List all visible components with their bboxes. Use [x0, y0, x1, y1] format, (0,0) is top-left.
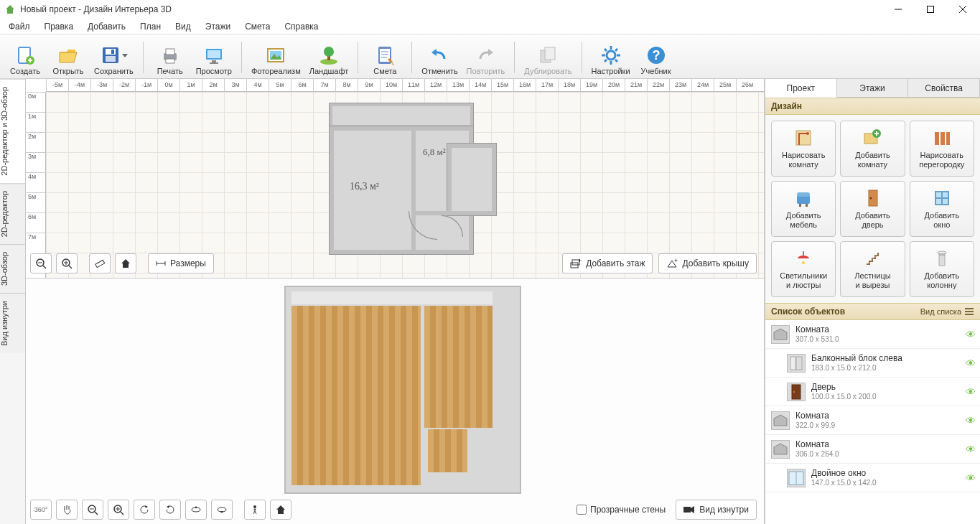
sizes-button[interactable]: Размеры: [148, 253, 214, 273]
object-row-5[interactable]: Двойное окно147.0 x 15.0 x 142.0👁: [765, 464, 980, 492]
visibility-icon[interactable]: 👁: [966, 472, 976, 484]
2d-editor-pane[interactable]: -5м-4м-3м-2м-1м0м1м2м3м4м5м6м7м8м9м10м11…: [26, 79, 764, 279]
menu-Справка[interactable]: Справка: [277, 20, 325, 33]
view-tab-0[interactable]: 2D-редактор и 3D-обзор: [0, 79, 25, 183]
side-room[interactable]: [447, 144, 496, 215]
visibility-icon[interactable]: 👁: [966, 329, 976, 340]
objects-list[interactable]: Комната307.0 x 531.0👁Балконный блок слев…: [765, 320, 980, 524]
preview-icon: [202, 44, 225, 67]
right-tab-Этажи[interactable]: Этажи: [837, 79, 909, 97]
object-row-2[interactable]: Дверь100.0 x 15.0 x 200.0👁: [765, 378, 980, 406]
design-card-3[interactable]: Добавитьмебель: [771, 181, 836, 237]
home-3d-button[interactable]: [270, 500, 291, 520]
3d-view-pane[interactable]: 360° Прозрачные стены Вид изнутри: [26, 279, 764, 524]
menu-Файл[interactable]: Файл: [1, 20, 37, 33]
save-button[interactable]: Сохранить: [90, 37, 137, 78]
visibility-icon[interactable]: 👁: [966, 357, 976, 369]
menu-Смета[interactable]: Смета: [238, 20, 277, 33]
object-thumb: [771, 440, 790, 459]
transparent-walls-checkbox[interactable]: Прозрачные стены: [577, 505, 666, 515]
zoom-in-button[interactable]: [56, 253, 78, 273]
svg-text:+: +: [674, 258, 678, 264]
create-button[interactable]: Создать: [4, 37, 46, 78]
undo-label: Отменить: [421, 67, 457, 75]
view-tab-1[interactable]: 2D-редактор: [0, 183, 25, 244]
menu-Этажи[interactable]: Этажи: [198, 20, 238, 33]
estimate-button[interactable]: Смета: [364, 37, 406, 78]
object-row-4[interactable]: Комната306.0 x 264.0👁: [765, 435, 980, 464]
menu-Правка[interactable]: Правка: [37, 20, 81, 33]
zoom-out-button[interactable]: [30, 253, 52, 273]
object-row-0[interactable]: Комната307.0 x 531.0👁: [765, 320, 980, 349]
preview-button[interactable]: Просмотр: [192, 37, 235, 78]
landscape-label: Ландшафт: [309, 67, 349, 75]
object-dims: 100.0 x 15.0 x 200.0: [811, 393, 966, 401]
home-button[interactable]: [115, 253, 136, 273]
tilt-up-button[interactable]: [185, 500, 207, 520]
zoom-in-3d-button[interactable]: [108, 500, 129, 520]
camera-icon: [683, 505, 695, 514]
view-tab-2[interactable]: 3D-обзор: [0, 244, 25, 293]
photoreal-button[interactable]: Фотореализм: [248, 37, 304, 78]
add-roof-button[interactable]: +Добавить крышу: [658, 253, 757, 273]
right-tab-Свойства[interactable]: Свойства: [908, 79, 980, 97]
maximize-button[interactable]: [914, 0, 946, 19]
right-tab-Проект[interactable]: Проект: [765, 79, 837, 98]
minimize-button[interactable]: [882, 0, 914, 19]
svg-marker-11: [122, 54, 128, 57]
object-dims: 147.0 x 15.0 x 142.0: [811, 479, 966, 487]
add-floor-button[interactable]: +Добавить этаж: [562, 253, 653, 273]
visibility-icon[interactable]: 👁: [966, 415, 976, 426]
view-mode-toggle[interactable]: Вид списка: [920, 307, 974, 317]
estimate-label: Смета: [373, 67, 396, 75]
design-card-5[interactable]: Добавитьокно: [910, 181, 974, 237]
3d-toolbar-left: 360°: [30, 500, 291, 520]
add-floor-label: Добавить этаж: [586, 258, 645, 268]
zoom-out-3d-button[interactable]: [82, 500, 103, 520]
menu-Добавить[interactable]: Добавить: [80, 20, 133, 33]
settings-button[interactable]: Настройки: [588, 37, 634, 78]
measure-button[interactable]: [89, 253, 111, 273]
menu-План[interactable]: План: [133, 20, 168, 33]
3d-model[interactable]: [284, 286, 521, 494]
tilt-down-button[interactable]: [211, 500, 233, 520]
pan-button[interactable]: [56, 500, 78, 520]
design-card-0[interactable]: Нарисоватькомнату: [771, 121, 836, 177]
canvas-column: -5м-4м-3м-2м-1м0м1м2м3м4м5м6м7м8м9м10м11…: [26, 79, 765, 524]
inside-view-button[interactable]: Вид изнутри: [676, 500, 757, 520]
visibility-icon[interactable]: 👁: [966, 444, 976, 455]
svg-rect-75: [683, 507, 691, 513]
tutorial-button[interactable]: ?Учебник: [635, 37, 677, 78]
object-row-1[interactable]: Балконный блок слева183.0 x 15.0 x 212.0…: [765, 349, 980, 378]
landscape-button[interactable]: Ландшафт: [306, 37, 353, 78]
design-card-7[interactable]: Лестницыи вырезы: [840, 241, 905, 297]
design-card-4[interactable]: Добавитьдверь: [840, 181, 905, 237]
svg-line-47: [69, 266, 72, 268]
design-card-8[interactable]: Добавитьколонну: [910, 241, 974, 297]
balcony-room[interactable]: [330, 103, 473, 128]
inner-wall-v[interactable]: [411, 129, 416, 254]
main-toolbar: СоздатьОткрытьСохранитьПечатьПросмотрФот…: [0, 34, 980, 79]
walk-button[interactable]: [244, 500, 266, 520]
view-tab-3[interactable]: Вид изнутри: [0, 293, 25, 353]
menu-Вид[interactable]: Вид: [168, 20, 198, 33]
design-card-icon: [793, 188, 813, 208]
design-card-1[interactable]: Добавитькомнату: [840, 121, 905, 177]
print-button[interactable]: Печать: [149, 37, 191, 78]
floor-plan[interactable]: 16,3 м² 6,8 м²: [330, 103, 473, 254]
design-card-6[interactable]: Светильникии люстры: [771, 241, 836, 297]
open-button[interactable]: Открыть: [47, 37, 89, 78]
orbit-right-button[interactable]: [159, 500, 181, 520]
orbit-left-button[interactable]: [134, 500, 155, 520]
visibility-icon[interactable]: 👁: [966, 386, 976, 398]
2d-grid[interactable]: 16,3 м² 6,8 м²: [46, 92, 764, 278]
object-row-3[interactable]: Комната322.0 x 99.9👁: [765, 406, 980, 435]
design-card-2[interactable]: Нарисоватьперегородку: [910, 121, 974, 177]
rotate-360-button[interactable]: 360°: [30, 500, 52, 520]
svg-marker-27: [392, 62, 394, 65]
svg-marker-106: [774, 444, 787, 454]
duplicate-button: Дублировать: [521, 37, 575, 78]
close-button[interactable]: [946, 0, 979, 19]
undo-button[interactable]: Отменить: [418, 37, 461, 78]
svg-rect-95: [939, 253, 945, 266]
